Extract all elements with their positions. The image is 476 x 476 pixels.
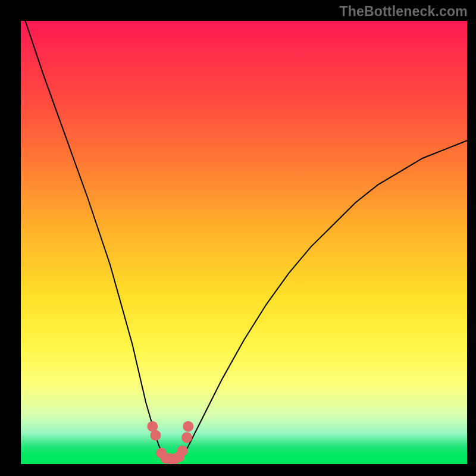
attribution-text: TheBottleneck.com bbox=[339, 4, 468, 20]
marker-dot bbox=[177, 446, 188, 456]
plot-area bbox=[21, 21, 467, 464]
marker-dot bbox=[181, 432, 192, 443]
chart-frame: TheBottleneck.com bbox=[0, 0, 476, 476]
bottleneck-curve bbox=[21, 21, 467, 464]
marker-dot bbox=[183, 421, 193, 432]
curve-line bbox=[26, 21, 468, 460]
marker-group bbox=[147, 421, 193, 464]
marker-dot bbox=[151, 430, 161, 441]
